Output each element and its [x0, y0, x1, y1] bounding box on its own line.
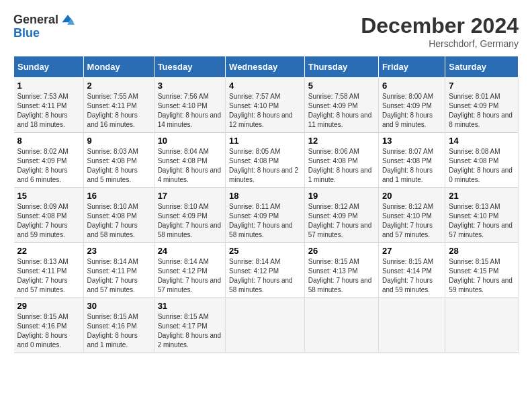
day-cell	[445, 298, 519, 353]
day-cell: 1 Sunrise: 7:53 AM Sunset: 4:11 PM Dayli…	[14, 78, 84, 133]
day-number: 14	[449, 136, 515, 146]
day-cell: 5 Sunrise: 7:58 AM Sunset: 4:09 PM Dayli…	[304, 78, 378, 133]
day-number: 5	[308, 81, 375, 91]
day-info: Sunrise: 7:56 AM Sunset: 4:10 PM Dayligh…	[158, 93, 222, 128]
day-info: Sunrise: 7:55 AM Sunset: 4:11 PM Dayligh…	[87, 93, 138, 128]
day-number: 26	[308, 246, 375, 256]
day-cell: 14 Sunrise: 8:08 AM Sunset: 4:08 PM Dayl…	[445, 133, 519, 188]
day-number: 6	[382, 81, 441, 91]
day-number: 24	[158, 246, 222, 256]
day-info: Sunrise: 8:13 AM Sunset: 4:10 PM Dayligh…	[449, 203, 513, 238]
day-cell: 8 Sunrise: 8:02 AM Sunset: 4:09 PM Dayli…	[14, 133, 84, 188]
logo-text-general: General	[13, 13, 58, 27]
page-header: General Blue December 2024 Herschdorf, G…	[13, 13, 519, 49]
day-info: Sunrise: 8:00 AM Sunset: 4:09 PM Dayligh…	[382, 93, 433, 128]
day-info: Sunrise: 8:07 AM Sunset: 4:08 PM Dayligh…	[382, 148, 433, 183]
day-info: Sunrise: 7:58 AM Sunset: 4:09 PM Dayligh…	[308, 93, 372, 128]
day-number: 7	[449, 81, 515, 91]
day-info: Sunrise: 8:10 AM Sunset: 4:08 PM Dayligh…	[87, 203, 138, 238]
day-number: 29	[17, 301, 80, 311]
column-header-tuesday: Tuesday	[154, 56, 225, 78]
column-header-wednesday: Wednesday	[226, 56, 305, 78]
day-number: 1	[17, 81, 80, 91]
day-info: Sunrise: 7:53 AM Sunset: 4:11 PM Dayligh…	[17, 93, 69, 128]
day-info: Sunrise: 8:13 AM Sunset: 4:11 PM Dayligh…	[17, 258, 69, 293]
day-info: Sunrise: 8:01 AM Sunset: 4:09 PM Dayligh…	[449, 93, 513, 128]
day-cell: 31 Sunrise: 8:15 AM Sunset: 4:17 PM Dayl…	[154, 298, 225, 353]
day-cell: 27 Sunrise: 8:15 AM Sunset: 4:14 PM Dayl…	[378, 243, 445, 298]
day-info: Sunrise: 8:08 AM Sunset: 4:08 PM Dayligh…	[449, 148, 513, 183]
column-header-sunday: Sunday	[14, 56, 84, 78]
week-row-1: 1 Sunrise: 7:53 AM Sunset: 4:11 PM Dayli…	[14, 78, 519, 133]
header-row: SundayMondayTuesdayWednesdayThursdayFrid…	[14, 56, 519, 78]
day-cell: 20 Sunrise: 8:12 AM Sunset: 4:10 PM Dayl…	[378, 188, 445, 243]
day-number: 15	[17, 191, 80, 201]
day-cell: 29 Sunrise: 8:15 AM Sunset: 4:16 PM Dayl…	[14, 298, 84, 353]
day-info: Sunrise: 8:15 AM Sunset: 4:13 PM Dayligh…	[308, 258, 372, 293]
day-number: 23	[87, 246, 150, 256]
day-info: Sunrise: 8:15 AM Sunset: 4:17 PM Dayligh…	[158, 313, 222, 349]
day-info: Sunrise: 8:15 AM Sunset: 4:15 PM Dayligh…	[449, 258, 513, 293]
day-info: Sunrise: 8:11 AM Sunset: 4:09 PM Dayligh…	[229, 203, 293, 238]
day-info: Sunrise: 8:14 AM Sunset: 4:12 PM Dayligh…	[229, 258, 293, 293]
location-title: Herschdorf, Germany	[361, 38, 519, 49]
day-number: 21	[449, 191, 515, 201]
day-number: 2	[87, 81, 150, 91]
day-cell: 18 Sunrise: 8:11 AM Sunset: 4:09 PM Dayl…	[226, 188, 305, 243]
day-number: 31	[158, 301, 222, 311]
day-cell: 22 Sunrise: 8:13 AM Sunset: 4:11 PM Dayl…	[14, 243, 84, 298]
day-number: 12	[308, 136, 375, 146]
day-number: 18	[229, 191, 301, 201]
column-header-monday: Monday	[83, 56, 154, 78]
day-info: Sunrise: 8:10 AM Sunset: 4:09 PM Dayligh…	[158, 203, 222, 238]
logo-icon	[61, 13, 75, 27]
column-header-saturday: Saturday	[445, 56, 519, 78]
week-row-4: 22 Sunrise: 8:13 AM Sunset: 4:11 PM Dayl…	[14, 243, 519, 298]
day-cell: 21 Sunrise: 8:13 AM Sunset: 4:10 PM Dayl…	[445, 188, 519, 243]
logo: General Blue	[13, 13, 75, 40]
logo-text-blue: Blue	[13, 26, 40, 40]
day-number: 27	[382, 246, 441, 256]
day-info: Sunrise: 8:04 AM Sunset: 4:08 PM Dayligh…	[158, 148, 222, 183]
day-cell: 16 Sunrise: 8:10 AM Sunset: 4:08 PM Dayl…	[83, 188, 154, 243]
day-info: Sunrise: 8:15 AM Sunset: 4:16 PM Dayligh…	[87, 313, 138, 349]
day-cell: 24 Sunrise: 8:14 AM Sunset: 4:12 PM Dayl…	[154, 243, 225, 298]
day-cell	[304, 298, 378, 353]
day-info: Sunrise: 8:12 AM Sunset: 4:10 PM Dayligh…	[382, 203, 433, 238]
day-cell: 15 Sunrise: 8:09 AM Sunset: 4:08 PM Dayl…	[14, 188, 84, 243]
day-cell: 26 Sunrise: 8:15 AM Sunset: 4:13 PM Dayl…	[304, 243, 378, 298]
day-info: Sunrise: 8:09 AM Sunset: 4:08 PM Dayligh…	[17, 203, 69, 238]
day-cell: 23 Sunrise: 8:14 AM Sunset: 4:11 PM Dayl…	[83, 243, 154, 298]
day-info: Sunrise: 8:05 AM Sunset: 4:08 PM Dayligh…	[229, 148, 298, 183]
calendar-table: SundayMondayTuesdayWednesdayThursdayFrid…	[13, 56, 519, 353]
day-cell: 6 Sunrise: 8:00 AM Sunset: 4:09 PM Dayli…	[378, 78, 445, 133]
week-row-5: 29 Sunrise: 8:15 AM Sunset: 4:16 PM Dayl…	[14, 298, 519, 353]
day-cell: 12 Sunrise: 8:06 AM Sunset: 4:08 PM Dayl…	[304, 133, 378, 188]
day-cell: 7 Sunrise: 8:01 AM Sunset: 4:09 PM Dayli…	[445, 78, 519, 133]
day-cell: 28 Sunrise: 8:15 AM Sunset: 4:15 PM Dayl…	[445, 243, 519, 298]
day-cell: 9 Sunrise: 8:03 AM Sunset: 4:08 PM Dayli…	[83, 133, 154, 188]
column-header-friday: Friday	[378, 56, 445, 78]
day-cell	[378, 298, 445, 353]
day-number: 4	[229, 81, 301, 91]
day-number: 10	[158, 136, 222, 146]
day-number: 16	[87, 191, 150, 201]
day-number: 30	[87, 301, 150, 311]
day-info: Sunrise: 8:15 AM Sunset: 4:16 PM Dayligh…	[17, 313, 69, 349]
day-info: Sunrise: 8:02 AM Sunset: 4:09 PM Dayligh…	[17, 148, 69, 183]
day-number: 22	[17, 246, 80, 256]
day-number: 8	[17, 136, 80, 146]
day-cell: 17 Sunrise: 8:10 AM Sunset: 4:09 PM Dayl…	[154, 188, 225, 243]
day-number: 3	[158, 81, 222, 91]
day-cell: 19 Sunrise: 8:12 AM Sunset: 4:09 PM Dayl…	[304, 188, 378, 243]
day-info: Sunrise: 8:14 AM Sunset: 4:12 PM Dayligh…	[158, 258, 222, 293]
column-header-thursday: Thursday	[304, 56, 378, 78]
day-cell: 11 Sunrise: 8:05 AM Sunset: 4:08 PM Dayl…	[226, 133, 305, 188]
day-info: Sunrise: 7:57 AM Sunset: 4:10 PM Dayligh…	[229, 93, 293, 128]
day-info: Sunrise: 8:12 AM Sunset: 4:09 PM Dayligh…	[308, 203, 372, 238]
day-cell: 13 Sunrise: 8:07 AM Sunset: 4:08 PM Dayl…	[378, 133, 445, 188]
day-cell: 10 Sunrise: 8:04 AM Sunset: 4:08 PM Dayl…	[154, 133, 225, 188]
day-cell: 30 Sunrise: 8:15 AM Sunset: 4:16 PM Dayl…	[83, 298, 154, 353]
day-number: 19	[308, 191, 375, 201]
week-row-3: 15 Sunrise: 8:09 AM Sunset: 4:08 PM Dayl…	[14, 188, 519, 243]
